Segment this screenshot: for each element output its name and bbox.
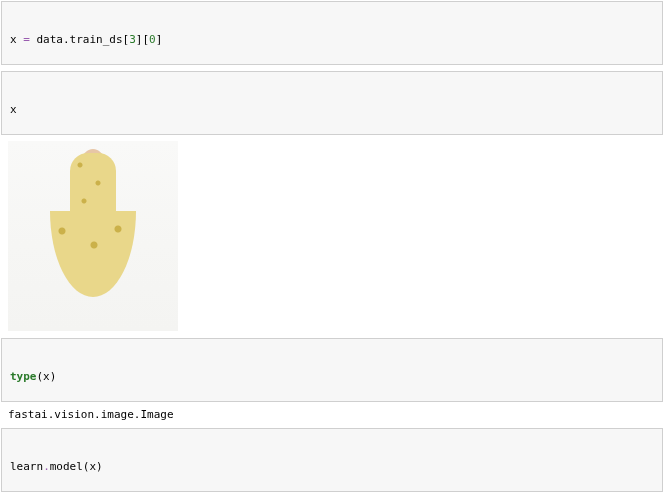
output-image-placeholder — [8, 141, 178, 331]
traceback-output: ----------------------------------------… — [0, 492, 664, 500]
dress-illustration — [48, 153, 138, 323]
output-image-area — [0, 135, 664, 337]
code-cell-4[interactable]: learn.model(x) — [1, 428, 663, 492]
code-cell-2-content: x — [10, 103, 654, 116]
code-cell-3[interactable]: type(x) — [1, 338, 663, 402]
code-cell-1-content: x = data.train_ds[3][0] — [10, 33, 654, 46]
code-cell-4-content: learn.model(x) — [10, 460, 654, 473]
type-output: fastai.vision.image.Image — [8, 408, 656, 421]
code-cell-3-content: type(x) — [10, 370, 654, 383]
code-cell-2[interactable]: x — [1, 71, 663, 135]
code-cell-1[interactable]: x = data.train_ds[3][0] — [1, 1, 663, 65]
output-text-area: fastai.vision.image.Image — [0, 402, 664, 427]
